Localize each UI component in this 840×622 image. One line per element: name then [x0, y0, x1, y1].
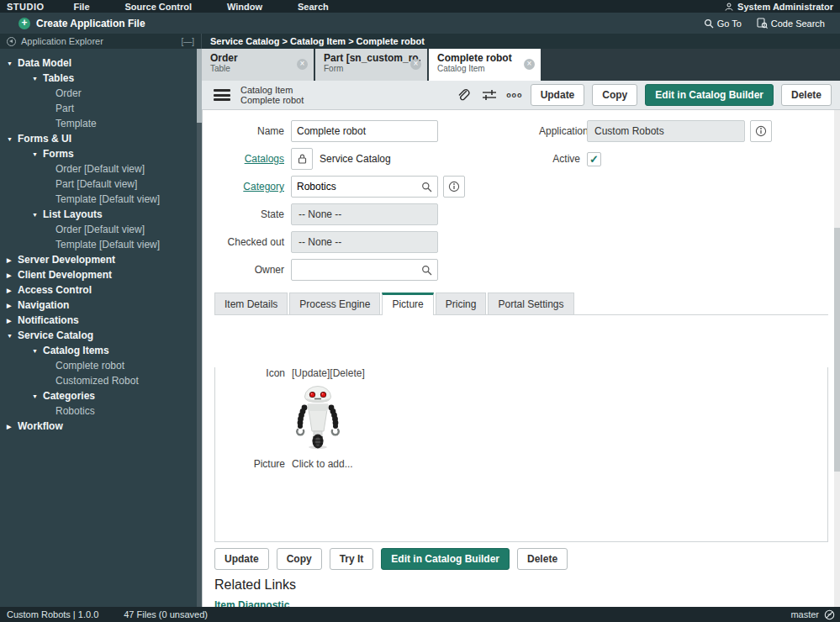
catalogs-link[interactable]: Catalogs [203, 153, 291, 165]
close-icon[interactable]: × [297, 59, 308, 70]
tree-item-data-model[interactable]: ▼Data Model [0, 55, 202, 71]
delete-button-bottom[interactable]: Delete [517, 548, 568, 570]
chevron-down-icon[interactable]: ▼ [32, 344, 43, 359]
category-field[interactable] [291, 176, 438, 198]
catalogs-lock-button[interactable] [291, 148, 313, 170]
tree-item-categories[interactable]: ▼Categories [0, 388, 202, 403]
chevron-down-icon[interactable]: ▼ [32, 389, 43, 404]
go-to-button[interactable]: Go To [704, 18, 742, 29]
update-button[interactable]: Update [531, 84, 585, 106]
delete-button[interactable]: Delete [781, 84, 832, 106]
user-menu[interactable]: System Administrator [725, 2, 840, 12]
menu-window[interactable]: Window [209, 2, 280, 12]
category-link[interactable]: Category [203, 181, 291, 192]
edit-in-catalog-builder-button-bottom[interactable]: Edit in Catalog Builder [381, 548, 510, 570]
attachment-button[interactable] [454, 86, 473, 104]
tree-item-template-form[interactable]: Template [Default view] [0, 192, 202, 207]
chevron-right-icon[interactable]: ▶ [7, 283, 18, 298]
chevron-down-icon[interactable]: ▼ [7, 56, 18, 71]
tree-item-catalog-items[interactable]: ▼Catalog Items [0, 343, 202, 358]
search-icon [421, 265, 432, 276]
copy-button[interactable]: Copy [592, 84, 637, 106]
record-name: Complete robot [240, 95, 304, 105]
form-context-menu-icon[interactable] [214, 89, 230, 101]
collapse-circle-icon[interactable] [7, 37, 16, 46]
tree-item-service-catalog[interactable]: ▼Service Catalog [0, 328, 202, 343]
icon-update-delete-links[interactable]: [Update][Delete] [292, 367, 365, 379]
files-count: 47 Files (0 unsaved) [98, 609, 208, 619]
copy-button-bottom[interactable]: Copy [277, 548, 322, 570]
code-search-button[interactable]: Code Search [757, 18, 825, 29]
tree-item-robotics[interactable]: Robotics [0, 403, 202, 419]
doc-tab-order[interactable]: Order Table × [202, 49, 314, 81]
menu-source-control[interactable]: Source Control [108, 2, 209, 12]
tree-item-order-table[interactable]: Order [0, 86, 202, 101]
application-info-button[interactable] [750, 120, 772, 142]
tab-portal-settings[interactable]: Portal Settings [488, 293, 573, 314]
doc-tab-complete-robot[interactable]: Complete robot Catalog Item × [429, 49, 541, 81]
create-application-file-button[interactable]: Create Application File [36, 18, 145, 29]
disconnected-plug-icon [824, 609, 835, 620]
main-scrollbar[interactable] [834, 110, 840, 607]
owner-lookup-button[interactable] [415, 260, 437, 280]
close-icon[interactable]: × [524, 59, 535, 70]
tree-item-tables[interactable]: ▼Tables [0, 71, 202, 86]
tree-item-complete-robot[interactable]: Complete robot [0, 358, 202, 373]
tree-item-order-list[interactable]: Order [Default view] [0, 222, 202, 237]
subheader-row: Application Explorer [—] Service Catalog… [0, 34, 840, 49]
owner-input[interactable] [292, 264, 415, 276]
menu-search[interactable]: Search [280, 2, 346, 12]
tree-item-list-layouts[interactable]: ▼List Layouts [0, 207, 202, 222]
tree-item-forms-ui[interactable]: ▼Forms & UI [0, 131, 202, 146]
main-scrollbar-thumb[interactable] [834, 228, 840, 472]
category-lookup-button[interactable] [415, 177, 437, 197]
personalize-form-button[interactable] [480, 86, 499, 104]
chevron-down-icon[interactable]: ▼ [32, 208, 43, 223]
doc-tab-part[interactable]: Part [sn_custom_ro... Form × [315, 49, 427, 81]
tree-item-client-development[interactable]: ▶Client Development [0, 267, 202, 282]
tree-item-part-table[interactable]: Part [0, 101, 202, 116]
state-select[interactable]: -- None -- [291, 203, 438, 225]
collapse-all-button[interactable]: [—] [181, 37, 201, 46]
chevron-down-icon[interactable]: ▼ [32, 71, 43, 87]
edit-in-catalog-builder-button[interactable]: Edit in Catalog Builder [645, 84, 774, 106]
active-checkbox[interactable]: ✓ [587, 152, 601, 166]
update-button-bottom[interactable]: Update [214, 548, 269, 570]
tree-item-order-form[interactable]: Order [Default view] [0, 161, 202, 177]
chevron-right-icon[interactable]: ▶ [7, 268, 18, 283]
tree-item-template-list[interactable]: Template [Default view] [0, 237, 202, 252]
tree-item-forms[interactable]: ▼Forms [0, 146, 202, 161]
tree-item-access-control[interactable]: ▶Access Control [0, 282, 202, 298]
tree-item-template-table[interactable]: Template [0, 116, 202, 131]
chevron-right-icon[interactable]: ▶ [7, 298, 18, 314]
tree-item-navigation[interactable]: ▶Navigation [0, 298, 202, 313]
owner-field[interactable] [291, 259, 438, 281]
chevron-right-icon[interactable]: ▶ [7, 314, 18, 329]
tab-pricing[interactable]: Pricing [436, 293, 487, 314]
chevron-right-icon[interactable]: ▶ [7, 419, 18, 435]
tab-item-details[interactable]: Item Details [214, 293, 288, 314]
item-diagnostic-link[interactable]: Item Diagnostic [214, 599, 289, 607]
category-input[interactable] [292, 181, 415, 192]
tab-process-engine[interactable]: Process Engine [289, 293, 380, 314]
name-field[interactable] [291, 120, 438, 142]
chevron-down-icon[interactable]: ▼ [32, 147, 43, 162]
picture-click-to-add[interactable]: Click to add... [292, 458, 353, 470]
tree-item-workflow[interactable]: ▶Workflow [0, 419, 202, 434]
chevron-right-icon[interactable]: ▶ [7, 253, 18, 268]
chevron-down-icon[interactable]: ▼ [7, 329, 18, 344]
chevron-down-icon[interactable]: ▼ [7, 132, 18, 147]
tree-item-notifications[interactable]: ▶Notifications [0, 313, 202, 328]
try-it-button[interactable]: Try It [330, 548, 374, 570]
more-options-button[interactable]: ooo [506, 91, 523, 99]
tree-item-server-development[interactable]: ▶Server Development [0, 252, 202, 267]
category-info-button[interactable] [443, 176, 465, 198]
tree-item-part-form[interactable]: Part [Default view] [0, 177, 202, 192]
checked-out-select[interactable]: -- None -- [291, 231, 438, 253]
close-icon[interactable]: × [410, 59, 421, 70]
tab-picture[interactable]: Picture [382, 293, 433, 315]
picture-label: Picture [215, 458, 292, 470]
tree-item-customized-robot[interactable]: Customized Robot [0, 373, 202, 388]
branch-indicator[interactable]: master [790, 609, 840, 620]
menu-file[interactable]: File [56, 2, 108, 12]
